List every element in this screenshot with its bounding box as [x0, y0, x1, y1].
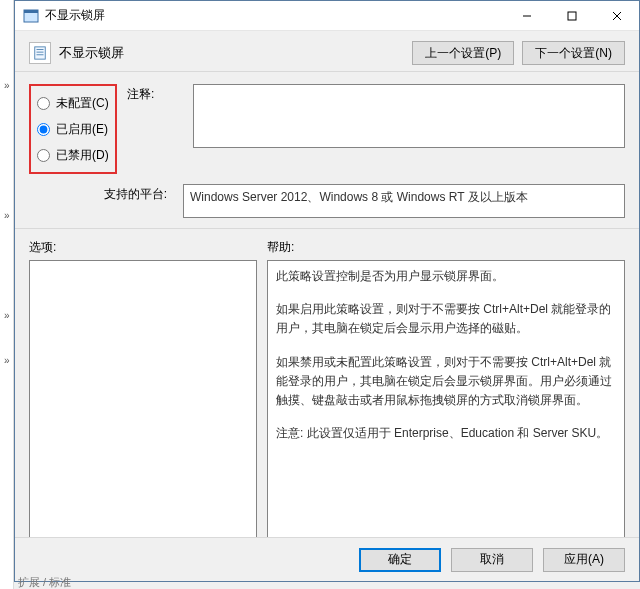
options-header: 选项:	[29, 239, 267, 256]
help-header: 帮助:	[267, 239, 625, 256]
tree-marker: »	[4, 80, 10, 91]
options-panel	[29, 260, 257, 570]
toolbar: 不显示锁屏 上一个设置(P) 下一个设置(N)	[15, 31, 639, 72]
maximize-button[interactable]	[549, 1, 594, 30]
tree-marker: »	[4, 355, 10, 366]
state-radio-group: 未配置(C) 已启用(E) 已禁用(D)	[29, 84, 117, 174]
next-setting-button[interactable]: 下一个设置(N)	[522, 41, 625, 65]
close-button[interactable]	[594, 1, 639, 30]
window-title: 不显示锁屏	[45, 7, 105, 24]
comment-textarea[interactable]	[193, 84, 625, 148]
radio-enabled-label: 已启用(E)	[56, 121, 108, 138]
radio-enabled-input[interactable]	[37, 123, 50, 136]
previous-setting-button[interactable]: 上一个设置(P)	[412, 41, 514, 65]
apply-button[interactable]: 应用(A)	[543, 548, 625, 572]
help-paragraph: 如果启用此策略设置，则对于不需要按 Ctrl+Alt+Del 就能登录的用户，其…	[276, 300, 616, 338]
parent-tab-peek: 扩展 / 标准	[18, 575, 71, 589]
policy-dialog-window: 不显示锁屏 不显示锁屏 上一个设置(P) 下一个设置(N) 未配置(C)	[14, 0, 640, 582]
svg-rect-3	[568, 12, 576, 20]
parent-window-strip: » » » »	[0, 0, 14, 589]
configuration-section: 未配置(C) 已启用(E) 已禁用(D) 注释: 支持的平台:	[15, 72, 639, 229]
minimize-button[interactable]	[504, 1, 549, 30]
tree-marker: »	[4, 210, 10, 221]
radio-not-configured-label: 未配置(C)	[56, 95, 109, 112]
help-panel[interactable]: 此策略设置控制是否为用户显示锁屏界面。 如果启用此策略设置，则对于不需要按 Ct…	[267, 260, 625, 570]
svg-rect-1	[24, 10, 38, 13]
policy-icon	[29, 42, 51, 64]
help-paragraph: 如果禁用或未配置此策略设置，则对于不需要按 Ctrl+Alt+Del 就能登录的…	[276, 353, 616, 411]
radio-not-configured-input[interactable]	[37, 97, 50, 110]
svg-rect-6	[35, 47, 46, 59]
comment-label: 注释:	[127, 84, 183, 103]
radio-disabled-input[interactable]	[37, 149, 50, 162]
radio-not-configured[interactable]: 未配置(C)	[37, 90, 109, 116]
ok-button[interactable]: 确定	[359, 548, 441, 572]
supported-on-text	[183, 184, 625, 218]
radio-disabled-label: 已禁用(D)	[56, 147, 109, 164]
window-icon	[23, 8, 39, 24]
dialog-footer: 确定 取消 应用(A)	[15, 537, 639, 581]
help-paragraph: 注意: 此设置仅适用于 Enterprise、Education 和 Serve…	[276, 424, 616, 443]
policy-heading: 不显示锁屏	[59, 44, 404, 62]
supported-on-label: 支持的平台:	[29, 184, 173, 203]
panel-headers: 选项: 帮助:	[15, 229, 639, 260]
radio-enabled[interactable]: 已启用(E)	[37, 116, 109, 142]
tree-marker: »	[4, 310, 10, 321]
cancel-button[interactable]: 取消	[451, 548, 533, 572]
titlebar[interactable]: 不显示锁屏	[15, 1, 639, 31]
radio-disabled[interactable]: 已禁用(D)	[37, 142, 109, 168]
help-paragraph: 此策略设置控制是否为用户显示锁屏界面。	[276, 267, 616, 286]
